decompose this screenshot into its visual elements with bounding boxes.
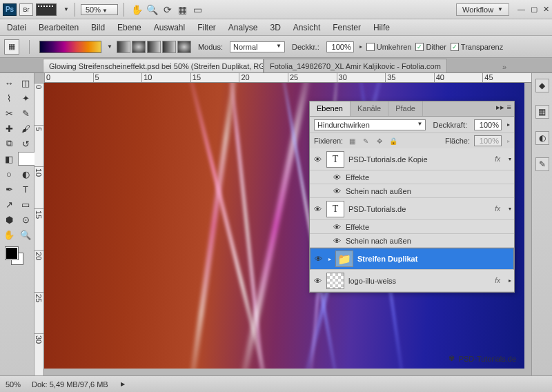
lock-transparency-icon[interactable]: ▦ [347,136,357,146]
3d-camera-tool[interactable]: ⊙ [18,213,33,226]
move-tool[interactable]: ↔ [1,76,17,90]
history-brush-tool[interactable]: ↺ [18,137,33,150]
gradient-radial[interactable] [132,41,146,53]
pen-tool[interactable]: ✒ [1,182,17,196]
brush-tool[interactable]: 🖌 [18,121,33,135]
menu-analyse[interactable]: Analyse [228,23,258,32]
gradient-diamond[interactable] [177,41,191,53]
layer-row[interactable]: 👁logo-illu-weissfx▸ [310,270,514,292]
mode-select[interactable]: Normal▼ [230,41,285,52]
layer-fx-head[interactable]: 👁Effekte [310,170,514,184]
layer-row[interactable]: 👁TPSD-Tutorials.de Kopiefx▾ [310,148,514,170]
visibility-icon[interactable]: 👁 [313,155,322,164]
bridge-icon[interactable]: Br [19,3,33,16]
gradient-preview[interactable] [39,41,101,53]
rotate-icon[interactable]: ⟳ [161,3,174,16]
menu-bearbeiten[interactable]: Bearbeiten [39,23,79,32]
gradient-linear[interactable] [117,41,130,53]
gradient-type-group [117,41,191,53]
title-bar: Ps Br ▼ 50%▼ ✋ 🔍 ⟳ ▦ ▭ Workflow▼ — ▢ ✕ [0,0,552,19]
zoom-tool[interactable]: 🔍 [18,228,33,242]
shape-tool[interactable]: ▭ [18,197,33,211]
menu-auswahl[interactable]: Auswahl [154,23,185,32]
zoom-selector[interactable]: 50%▼ [81,4,118,15]
arrange-icon[interactable]: ▦ [177,3,189,16]
zoom-icon[interactable]: 🔍 [146,3,159,16]
blend-mode-select[interactable]: Hindurchwirken▼ [314,119,426,130]
document-tab-active[interactable]: Glowing Streifenscheineffekt.psd bei 50%… [43,59,264,72]
watermark: ✾PSD-Tutorials.de [448,354,516,363]
lock-position-icon[interactable]: ✥ [375,136,384,146]
tab-pfade[interactable]: Pfade [388,101,423,116]
menu-filter[interactable]: Filter [197,23,216,32]
dropdown-icon[interactable]: ▼ [63,6,69,12]
layer-fx-item[interactable]: 👁Schein nach außen [310,184,514,198]
document-tabs: Glowing Streifenscheineffekt.psd bei 50%… [0,58,552,73]
mode-label: Modus: [198,43,223,51]
blur-tool[interactable]: ○ [1,167,17,181]
opacity-value[interactable]: 100% [326,41,354,52]
workspace-switcher[interactable]: Workflow▼ [456,3,509,16]
layer-row-selected[interactable]: 👁▸📁Streifen Duplikat [310,248,514,270]
heal-tool[interactable]: ✚ [1,121,17,135]
options-bar: ▦ ▼ Modus: Normal▼ Deckkr.: 100%▸ Umkehr… [0,36,552,58]
screenmode-icon[interactable]: ▭ [192,3,204,16]
menu-ansicht[interactable]: Ansicht [293,23,320,32]
crop-tool[interactable]: ✂ [1,106,17,120]
ruler-vertical: 051015202530 [34,83,44,375]
layer-fx-item[interactable]: 👁Schein nach außen [310,234,514,248]
menu-hilfe[interactable]: Hilfe [373,23,390,32]
marquee-tool[interactable]: ◫ [18,76,33,90]
status-zoom[interactable]: 50% [6,380,21,389]
lock-all-icon[interactable]: 🔒 [388,136,398,146]
fill-value[interactable]: 100% [474,135,502,146]
path-tool[interactable]: ↗ [1,197,17,211]
transparency-check[interactable]: ✓Transparenz [451,43,503,51]
panel-collapse-icon[interactable]: ▸▸ [496,103,504,115]
dock-swatches-icon[interactable]: ▦ [535,105,549,119]
gradient-angle[interactable] [147,41,161,53]
layer-fx-head[interactable]: 👁Effekte [310,220,514,234]
eyedropper-tool[interactable]: ✎ [18,106,33,120]
tab-overflow-icon[interactable]: » [498,61,511,72]
tab-ebenen[interactable]: Ebenen [310,101,351,116]
stamp-tool[interactable]: ⧉ [1,137,17,150]
minimize-button[interactable]: — [518,5,525,14]
status-doc[interactable]: Dok: 5,49 MB/97,6 MB [32,380,108,389]
lock-label: Fixieren: [314,137,343,145]
menu-fenster[interactable]: Fenster [333,23,361,32]
layer-opacity[interactable]: 100% [474,119,502,130]
dock-adjustments-icon[interactable]: ◐ [535,131,549,145]
maximize-button[interactable]: ▢ [531,5,538,14]
minibridge-icon[interactable] [36,3,57,16]
wand-tool[interactable]: ✦ [18,91,33,105]
lasso-tool[interactable]: ⌇ [1,91,17,105]
layer-row[interactable]: 👁TPSD-Tutorials.defx▾ [310,198,514,220]
menu-3d[interactable]: 3D [270,23,281,32]
3d-tool[interactable]: ⬢ [1,213,17,226]
type-tool[interactable]: T [18,182,33,196]
menu-datei[interactable]: Datei [7,23,26,32]
panel-menu-icon[interactable]: ≡ [507,103,511,115]
gradient-reflected[interactable] [162,41,176,53]
canvas-area: 051015202530354045 051015202530 ✾PSD-Tut… [34,73,531,375]
dock-color-icon[interactable]: ◆ [535,79,549,92]
right-dock: ◆ ▦ ◐ ✎ [531,73,552,375]
lock-pixels-icon[interactable]: ✎ [361,136,371,146]
eraser-tool[interactable]: ◧ [1,152,17,166]
hand-icon[interactable]: ✋ [131,3,144,16]
menu-ebene[interactable]: Ebene [117,23,141,32]
dock-styles-icon[interactable]: ✎ [535,157,549,171]
dodge-tool[interactable]: ◐ [18,167,33,181]
opacity-label: Deckkr.: [292,43,319,51]
dither-check[interactable]: ✓Dither [415,43,446,51]
close-button[interactable]: ✕ [543,5,549,14]
layers-panel: Ebenen Kanäle Pfade ▸▸≡ Hindurchwirken▼ … [309,101,515,293]
reverse-check[interactable]: Umkehren [366,43,412,51]
document-tab[interactable]: Fotolia_14982670_XL Amir Kaljikovic - Fo… [264,59,447,72]
menu-bild[interactable]: Bild [91,23,105,32]
ruler-horizontal: 051015202530354045 [44,73,531,83]
hand-tool[interactable]: ✋ [1,228,17,242]
tool-preset-icon[interactable]: ▦ [4,39,19,55]
tab-kanaele[interactable]: Kanäle [351,101,388,116]
